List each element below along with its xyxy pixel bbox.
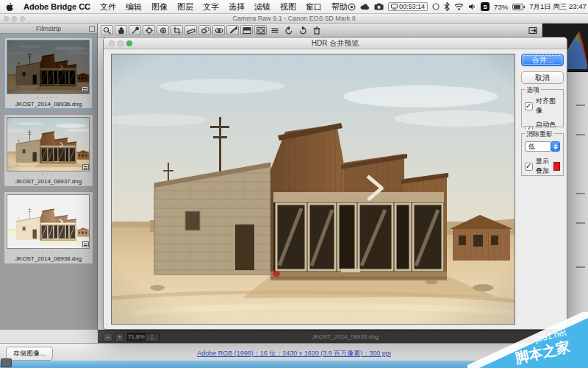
targeted-adjustment-tool-icon[interactable] [157,25,169,35]
adjustment-badge-icon [82,86,88,92]
align-images-label: 对齐图像 [536,96,560,116]
filmstrip-header-label: Filmstrip [36,25,61,32]
show-overlay-row[interactable]: 显示叠加 [525,157,560,176]
menu-layer[interactable]: 图层 [177,1,193,13]
fullscreen-toggle-icon[interactable] [526,25,539,35]
window-zoom-button[interactable] [20,16,25,21]
dialog-close-button[interactable] [109,40,115,46]
radial-filter-tool-icon[interactable] [254,25,267,35]
zoom-stepper-icon[interactable]: ▴▾ [145,333,159,341]
battery-percent: 73% [494,3,508,11]
preferences-icon[interactable] [268,25,281,35]
deghost-amount-select[interactable]: 低 [525,141,560,152]
menu-file[interactable]: 文件 [100,1,116,13]
menu-edit[interactable]: 编辑 [126,1,142,13]
dialog-minimize-button[interactable] [118,40,123,46]
volume-icon[interactable] [468,3,476,10]
zoom-tool-icon[interactable] [101,25,113,35]
camera-raw-titlebar: Camera Raw 9.1 - Canon EOS 5D Mark II [0,14,588,24]
app-name[interactable]: Adobe Bridge CC [24,2,90,11]
menu-bar-clock[interactable]: 7月1日 周三 23:47 [529,2,587,12]
filmstrip-collapse-icon[interactable] [89,26,95,32]
panel-fragment [576,105,585,106]
adjustment-brush-tool-icon[interactable] [226,25,239,35]
show-overlay-checkbox[interactable] [525,163,533,171]
watermark-ribbon: jb51.net 脚本之家 [467,312,588,368]
screen-record-icon[interactable] [348,3,356,11]
adjustment-badge-icon [82,241,89,247]
thumb-filename: JKOST_2014_08936.dng [7,101,90,107]
menu-view[interactable]: 视图 [280,1,296,13]
align-images-checkbox[interactable] [525,102,533,110]
window-title: Camera Raw 9.1 - Canon EOS 5D Mark II [232,15,356,22]
dialog-zoom-button[interactable] [126,40,132,46]
straighten-tool-icon[interactable] [184,25,197,35]
thumb-over-exposed [7,194,90,249]
rating-dots[interactable]: ····· [7,171,90,178]
crop-tool-icon[interactable] [171,25,183,35]
apple-logo-icon[interactable] [6,2,14,12]
menu-window[interactable]: 窗口 [306,1,322,13]
bluetooth-icon[interactable] [444,2,450,11]
window-close-button[interactable] [4,16,9,21]
spot-removal-tool-icon[interactable] [198,25,211,35]
align-images-row[interactable]: 对齐图像 [525,96,560,116]
dock-item[interactable] [1,358,12,367]
options-group-label: 选项 [525,85,541,95]
rotate-right-icon[interactable] [296,25,309,35]
window-minimize-button[interactable] [12,16,17,21]
deghost-amount-value[interactable]: 低 [525,141,551,152]
zoom-in-button[interactable]: + [115,333,124,342]
thumb-filename: JKOST_2014_08937.dng [7,178,90,185]
screen-record-timer[interactable]: 00:53:14 [388,2,428,11]
filmstrip-thumb-1[interactable]: ····· JKOST_2014_08936.dng [4,37,93,110]
red-eye-tool-icon[interactable] [212,25,225,35]
save-image-button[interactable]: 存储图像... [6,347,53,361]
cancel-button[interactable]: 取消 [521,71,564,84]
hdr-dialog-controls: 合并... 取消 选项 对齐图像 自动色调 消除重影 低 [521,54,564,325]
white-balance-tool-icon[interactable] [129,25,141,35]
menu-help[interactable]: 帮助 [331,1,348,13]
circle-icon[interactable] [432,3,440,10]
thumb-filename: JKOST_2014_08938.dng [7,255,90,262]
options-group: 选项 对齐图像 自动色调 [521,89,564,127]
hdr-dialog-title: HDR 合并预览 [312,39,359,47]
color-sampler-tool-icon[interactable] [143,25,155,35]
hand-tool-icon[interactable] [115,25,127,35]
show-overlay-label: 显示叠加 [536,157,551,176]
menu-bar: Adobe Bridge CC 文件 编辑 图像 图层 文字 选择 滤镜 视图 … [0,0,588,14]
camera-raw-toolbar [98,24,542,38]
menu-type[interactable]: 文字 [203,1,219,13]
hdr-dialog-titlebar: HDR 合并预览 [104,38,567,49]
panel-fragment [576,266,585,268]
display-icon [391,4,398,10]
rating-dots[interactable]: ····· [7,94,90,101]
deghost-group-label: 消除重影 [525,130,554,139]
battery-icon[interactable] [512,4,525,10]
desktop-screen: Adobe Bridge CC 文件 编辑 图像 图层 文字 选择 滤镜 视图 … [0,0,588,368]
workflow-options-link[interactable]: Adobe RGB (1998)；16 位；2430 x 1620 (3.9 百… [197,349,391,358]
menu-image[interactable]: 图像 [151,1,168,13]
filmstrip-thumb-3[interactable]: ····· JKOST_2014_08938.dng [4,191,93,264]
menu-select[interactable]: 选择 [229,1,245,13]
wifi-icon[interactable] [454,3,464,10]
cloud-icon[interactable] [360,3,370,10]
hdr-merge-preview-image [111,54,515,325]
deghost-group: 消除重影 低 显示叠加 [521,133,564,176]
zoom-level-select[interactable]: 71.8% ▴▾ [127,333,159,342]
s-app-badge[interactable]: S [481,2,490,11]
thumb-under-exposed [7,40,90,94]
filmstrip-thumb-2[interactable]: ····· JKOST_2014_08937.dng [4,114,93,187]
graduated-filter-tool-icon[interactable] [240,25,253,35]
trash-icon[interactable] [310,25,323,35]
menu-filter[interactable]: 滤镜 [254,1,270,13]
select-stepper-icon[interactable] [551,141,560,152]
panel-fragment [576,193,585,194]
hdr-merge-dialog: HDR 合并预览 合并... 取消 选项 对齐图像 自动色调 消除重影 [103,37,567,330]
zoom-out-button[interactable]: − [104,333,112,342]
camera-icon[interactable] [374,3,384,10]
rating-dots[interactable]: ····· [7,249,90,255]
merge-button[interactable]: 合并... [521,54,564,66]
overlay-color-swatch[interactable] [553,162,560,171]
rotate-left-icon[interactable] [282,25,295,35]
